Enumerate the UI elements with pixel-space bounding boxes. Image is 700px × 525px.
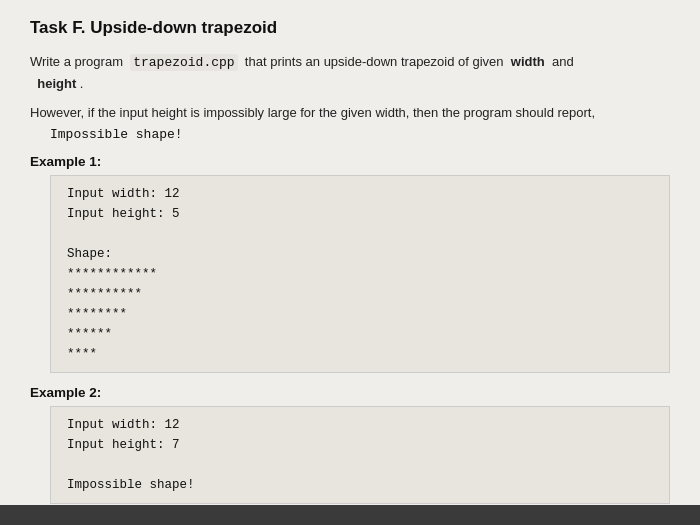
example1-block: Input width: 12 Input height: 5 Shape: *… <box>50 175 670 373</box>
example1-shape-line-5: **** <box>67 344 653 364</box>
filename-code: trapezoid.cpp <box>130 54 237 71</box>
example1-shape-line-2: ********** <box>67 284 653 304</box>
example1-heading: Example 1: <box>30 154 670 169</box>
intro-paragraph: Write a program trapezoid.cpp that print… <box>30 52 670 95</box>
example2-block: Input width: 12 Input height: 7 Impossib… <box>50 406 670 504</box>
example1-input-width: Input width: 12 <box>67 184 653 204</box>
example1-shape-line-1: ************ <box>67 264 653 284</box>
example2-heading: Example 2: <box>30 385 670 400</box>
impossible-shape-label: Impossible shape! <box>50 127 670 142</box>
example1-input-height: Input height: 5 <box>67 204 653 224</box>
taskbar <box>0 505 700 525</box>
height-keyword: height <box>37 76 76 91</box>
example2-input-height: Input height: 7 <box>67 435 653 455</box>
main-content: Task F. Upside-down trapezoid Write a pr… <box>0 0 700 505</box>
example2-input-width: Input width: 12 <box>67 415 653 435</box>
however-paragraph: However, if the input height is impossib… <box>30 103 670 124</box>
intro-before-code: Write a program <box>30 54 123 69</box>
width-keyword: width <box>511 54 545 69</box>
intro-and: and <box>552 54 574 69</box>
page-title: Task F. Upside-down trapezoid <box>30 18 670 38</box>
intro-period: . <box>80 76 84 91</box>
example1-shape-label: Shape: <box>67 244 653 264</box>
example1-shape-line-4: ****** <box>67 324 653 344</box>
intro-after-code: that prints an upside-down trapezoid of … <box>245 54 504 69</box>
example1-shape-line-3: ******** <box>67 304 653 324</box>
however-text: However, if the input height is impossib… <box>30 105 595 120</box>
example2-impossible: Impossible shape! <box>67 475 653 495</box>
